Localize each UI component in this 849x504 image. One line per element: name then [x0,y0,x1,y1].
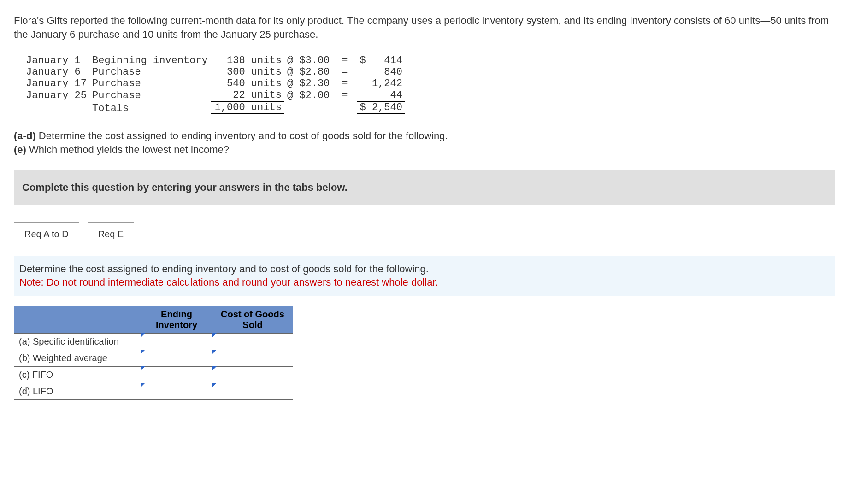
input-field[interactable] [141,334,212,350]
equals: = [332,66,357,78]
q-ad-text: Determine the cost assigned to ending in… [36,130,448,141]
row-label-specific-id: (a) Specific identification [14,334,141,350]
units: 22 units [211,89,284,101]
row-label-lifo: (d) LIFO [14,383,141,400]
q-e-label: (e) [14,144,26,155]
tab-content-panel: Determine the cost assigned to ending in… [14,246,835,400]
question-prompt: (a-d) Determine the cost assigned to end… [14,129,835,156]
table-row: (c) FIFO [14,367,293,383]
amount: 840 [357,66,405,78]
inventory-row: January 1 Beginning inventory 138 units … [23,55,405,66]
totals-label: Totals [89,101,211,114]
q-ad-label: (a-d) [14,130,36,141]
inventory-row: January 25 Purchase 22 units @ $2.00 = 4… [23,89,405,101]
q-e-text: Which method yields the lowest net incom… [26,144,229,155]
totals-amount: $ 2,540 [357,101,405,114]
amount: 1,242 [357,78,405,89]
input-field[interactable] [141,383,212,399]
tab-req-e[interactable]: Req E [88,222,135,246]
table-row: (b) Weighted average [14,350,293,367]
price: @ $2.30 [284,78,332,89]
inventory-row: January 17 Purchase 540 units @ $2.30 = … [23,78,405,89]
inventory-data-table: January 1 Beginning inventory 138 units … [23,55,405,115]
equals: = [332,55,357,66]
desc: Purchase [89,78,211,89]
input-field[interactable] [212,367,293,383]
tab-req-a-to-d[interactable]: Req A to D [14,222,79,247]
tab-bar: Req A to D Req E [14,222,835,246]
amount: $ 414 [357,55,405,66]
tab-description: Determine the cost assigned to ending in… [14,256,835,296]
inventory-totals-row: Totals 1,000 units $ 2,540 [23,101,405,114]
input-field[interactable] [141,367,212,383]
input-b-ending[interactable] [141,350,212,367]
input-a-ending[interactable] [141,334,212,350]
price: @ $2.80 [284,66,332,78]
desc: Purchase [89,89,211,101]
date: January 6 [23,66,89,78]
instruction-bar: Complete this question by entering your … [14,170,835,205]
intro-text: Flora's Gifts reported the following cur… [14,14,835,41]
corner-header [14,306,141,334]
col-header-cogs: Cost of Goods Sold [212,306,293,334]
units: 540 units [211,78,284,89]
equals: = [332,78,357,89]
input-c-ending[interactable] [141,367,212,383]
input-field[interactable] [212,334,293,350]
units: 300 units [211,66,284,78]
input-d-ending[interactable] [141,383,212,400]
tab-desc-note: Note: Do not round intermediate calculat… [19,275,830,289]
col-header-ending-inventory: Ending Inventory [141,306,212,334]
answer-table: Ending Inventory Cost of Goods Sold (a) … [14,306,293,400]
desc: Beginning inventory [89,55,211,66]
units: 138 units [211,55,284,66]
inventory-row: January 6 Purchase 300 units @ $2.80 = 8… [23,66,405,78]
input-field[interactable] [141,350,212,366]
row-label-weighted-avg: (b) Weighted average [14,350,141,367]
table-row: (a) Specific identification [14,334,293,350]
table-row: (d) LIFO [14,383,293,400]
input-field[interactable] [212,350,293,366]
input-c-cogs[interactable] [212,367,293,383]
input-b-cogs[interactable] [212,350,293,367]
amount: 44 [357,89,405,101]
tab-desc-line1: Determine the cost assigned to ending in… [19,262,830,276]
date: January 1 [23,55,89,66]
equals: = [332,89,357,101]
totals-units: 1,000 units [211,101,284,114]
date: January 25 [23,89,89,101]
price: @ $3.00 [284,55,332,66]
price: @ $2.00 [284,89,332,101]
date: January 17 [23,78,89,89]
input-field[interactable] [212,383,293,399]
input-d-cogs[interactable] [212,383,293,400]
input-a-cogs[interactable] [212,334,293,350]
desc: Purchase [89,66,211,78]
row-label-fifo: (c) FIFO [14,367,141,383]
